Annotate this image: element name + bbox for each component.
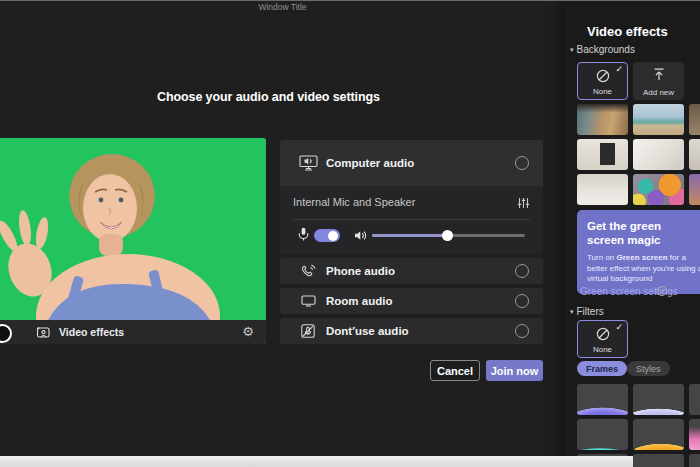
filter-none-label: None <box>578 345 627 354</box>
device-name: Internal Mic and Speaker <box>293 196 415 208</box>
dont-use-audio-option[interactable]: Dont′use audio <box>280 318 543 344</box>
preview-toolbar: Video effects ⚙ <box>0 320 266 344</box>
mic-off-icon <box>298 324 318 338</box>
background-thumb-white-room[interactable] <box>633 139 684 170</box>
volume-thumb[interactable] <box>442 230 453 241</box>
mic-toggle-knob <box>328 231 338 241</box>
video-effects-icon <box>36 326 50 338</box>
filter-none-button[interactable]: ✓ None <box>577 320 628 358</box>
phone-audio-icon <box>298 264 318 278</box>
background-thumb-office[interactable] <box>577 104 628 135</box>
room-audio-icon <box>298 295 318 307</box>
app-window: Window Title Choose your audio and video… <box>0 0 700 467</box>
speaker-icon <box>354 230 367 241</box>
computer-audio-card: Computer audio Internal Mic and Speaker <box>280 140 543 254</box>
computer-audio-label: Computer audio <box>326 157 515 169</box>
volume-fill <box>372 234 447 237</box>
dont-use-audio-radio[interactable] <box>515 324 529 338</box>
tab-frames[interactable]: Frames <box>577 361 627 376</box>
add-new-background-button[interactable]: Add new <box>633 62 684 100</box>
divider <box>293 219 530 220</box>
device-settings-gear-icon[interactable]: ⚙ <box>242 324 254 340</box>
upload-icon <box>652 68 665 81</box>
frame-thumbnails <box>577 384 700 467</box>
mic-icon <box>298 227 309 241</box>
promo-body: Turn on Green screen for a better effect… <box>587 253 700 285</box>
background-thumb-more-1[interactable] <box>689 104 700 135</box>
green-screen-promo-card: Get the green screen magic Turn on Green… <box>577 210 700 294</box>
frame-thumb-more-3[interactable] <box>633 454 684 467</box>
window-title: Window Title <box>0 2 565 12</box>
frame-thumb-cyan-wave[interactable] <box>577 419 628 450</box>
self-video-person <box>0 138 266 320</box>
device-section: Internal Mic and Speaker <box>280 186 543 254</box>
frame-thumb-more-4[interactable] <box>689 454 700 467</box>
background-thumb-balloons[interactable] <box>633 174 684 205</box>
backgrounds-section-header[interactable]: ▾ Backgrounds <box>570 44 635 55</box>
desktop-background <box>0 456 633 467</box>
phone-audio-option[interactable]: Phone audio <box>280 258 543 284</box>
volume-slider[interactable] <box>372 226 525 244</box>
page-title: Choose your audio and video settings <box>157 90 380 104</box>
background-none-button[interactable]: ✓ None <box>577 62 628 100</box>
background-thumb-more-2[interactable] <box>689 139 700 170</box>
info-icon[interactable]: i <box>657 286 667 296</box>
background-thumb-doorway[interactable] <box>577 139 628 170</box>
dont-use-audio-label: Dont′use audio <box>326 325 515 337</box>
phone-audio-radio[interactable] <box>515 264 529 278</box>
room-audio-radio[interactable] <box>515 294 529 308</box>
check-icon: ✓ <box>615 64 623 74</box>
camera-preview: Video effects ⚙ <box>0 138 266 344</box>
room-audio-option[interactable]: Room audio <box>280 288 543 314</box>
panel-title: Video effects <box>587 24 668 39</box>
device-options-icon[interactable] <box>517 197 530 209</box>
frame-thumb-more-1[interactable] <box>689 384 700 415</box>
camera-toggle[interactable] <box>0 324 12 343</box>
tab-styles[interactable]: Styles <box>627 361 670 376</box>
background-none-label: None <box>578 87 627 96</box>
background-thumb-more-3[interactable] <box>689 174 700 205</box>
filters-label: Filters <box>577 306 604 317</box>
backgrounds-label: Backgrounds <box>577 44 635 55</box>
background-thumbnails <box>577 104 700 205</box>
join-now-button[interactable]: Join now <box>486 360 543 381</box>
frame-thumb-lavender-wave[interactable] <box>633 384 684 415</box>
add-new-label: Add new <box>633 88 684 97</box>
promo-title: Get the green screen magic <box>587 219 699 247</box>
room-audio-label: Room audio <box>326 295 515 307</box>
filters-section-header[interactable]: ▾ Filters <box>570 306 604 317</box>
chevron-down-icon: ▾ <box>570 308 574 316</box>
background-thumb-white-wall[interactable] <box>577 174 628 205</box>
computer-audio-radio[interactable] <box>515 156 529 170</box>
video-effects-button[interactable]: Video effects <box>59 326 124 338</box>
video-effects-panel: Video effects ▾ Backgrounds ✓ None Add n… <box>565 0 700 467</box>
computer-audio-icon <box>298 155 318 171</box>
check-icon: ✓ <box>615 322 623 332</box>
chevron-down-icon: ▾ <box>570 46 574 54</box>
frame-thumb-orange-wave[interactable] <box>633 419 684 450</box>
cancel-button[interactable]: Cancel <box>430 360 480 381</box>
phone-audio-label: Phone audio <box>326 265 515 277</box>
circle-slash-icon <box>596 327 610 341</box>
frame-thumb-pink[interactable] <box>689 419 700 450</box>
mic-toggle[interactable] <box>314 229 340 242</box>
computer-audio-option[interactable]: Computer audio <box>280 140 543 186</box>
background-thumb-beach[interactable] <box>633 104 684 135</box>
circle-slash-icon <box>596 69 610 83</box>
frame-thumb-purple-wave[interactable] <box>577 384 628 415</box>
